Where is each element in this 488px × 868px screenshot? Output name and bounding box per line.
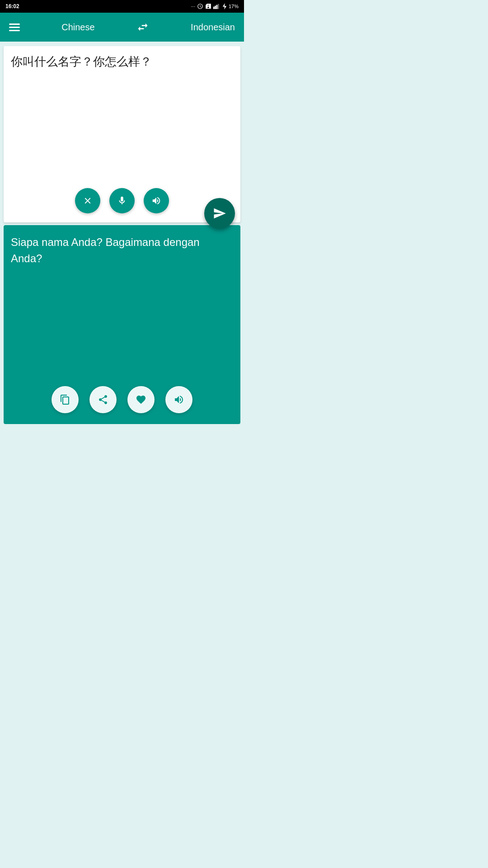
- result-text: Siapa nama Anda? Bagaimana dengan Anda?: [11, 234, 233, 267]
- alarm-icon: [197, 3, 203, 9]
- clear-button[interactable]: [75, 188, 100, 213]
- signal-icon: [213, 3, 221, 9]
- toolbar: Chinese Indonesian: [0, 13, 244, 42]
- mic-button[interactable]: [109, 188, 135, 213]
- swap-languages-button[interactable]: [136, 21, 149, 33]
- svg-rect-0: [213, 7, 215, 9]
- charging-icon: [222, 3, 227, 9]
- share-button[interactable]: [89, 386, 117, 413]
- speaker-result-button[interactable]: [165, 386, 192, 413]
- svg-rect-1: [215, 6, 216, 9]
- favorite-button[interactable]: [127, 386, 155, 413]
- svg-rect-2: [216, 5, 218, 9]
- source-language-label[interactable]: Chinese: [61, 22, 94, 33]
- menu-button[interactable]: [9, 24, 20, 31]
- battery-text: 17%: [229, 4, 239, 9]
- target-language-label[interactable]: Indonesian: [191, 22, 235, 33]
- copy-button[interactable]: [52, 386, 79, 413]
- svg-rect-3: [218, 4, 219, 9]
- source-text[interactable]: 你叫什么名字？你怎么样？: [11, 53, 233, 70]
- result-controls: [4, 386, 240, 413]
- status-bar: 16:02 ··· 17%: [0, 0, 244, 13]
- status-icons: ··· 17%: [191, 3, 239, 9]
- result-panel: Siapa nama Anda? Bagaimana dengan Anda?: [4, 225, 240, 424]
- status-time: 16:02: [5, 3, 19, 9]
- source-panel: 你叫什么名字？你怎么样？: [4, 46, 240, 222]
- translate-button[interactable]: [204, 198, 235, 229]
- svg-marker-4: [223, 3, 226, 9]
- sim-icon: [205, 3, 211, 9]
- dots-icon: ···: [191, 4, 195, 9]
- speaker-source-button[interactable]: [144, 188, 169, 213]
